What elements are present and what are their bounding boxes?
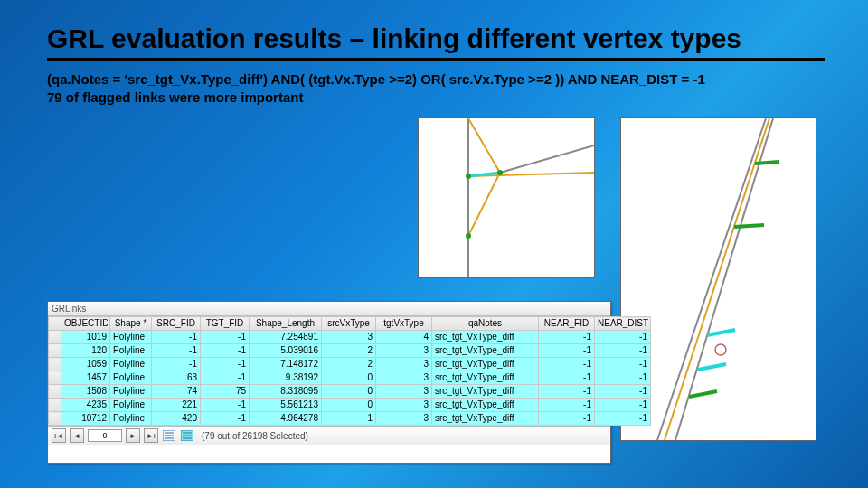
cell-near-fid: -1 xyxy=(539,331,595,344)
cell-near-fid: -1 xyxy=(539,385,595,399)
row-handle-header xyxy=(49,317,61,331)
next-record-button[interactable]: ► xyxy=(126,428,140,443)
cell-qanotes: src_tgt_VxType_diff xyxy=(432,371,539,385)
prev-record-button[interactable]: ◄ xyxy=(70,428,84,443)
table-row[interactable]: 1059Polyline-1-17.14817223src_tgt_VxType… xyxy=(49,358,651,371)
cell-tgt-fid: -1 xyxy=(201,399,250,412)
show-selected-records-icon[interactable] xyxy=(180,429,194,442)
cell-qanotes: src_tgt_VxType_diff xyxy=(432,358,539,371)
cell-tgt-fid: -1 xyxy=(201,331,250,344)
last-record-button[interactable]: ►I xyxy=(144,428,158,443)
table-row[interactable]: 4235Polyline221-15.56121303src_tgt_VxTyp… xyxy=(49,399,651,412)
cell-tgt-fid: 75 xyxy=(201,385,250,399)
cell-srcvxtype: 2 xyxy=(322,344,376,358)
cell-near-dist: -1 xyxy=(595,358,651,371)
cell-near-fid: -1 xyxy=(539,399,595,412)
svg-point-0 xyxy=(466,174,471,179)
cell-tgtvxtype: 4 xyxy=(376,331,432,344)
cell-near-fid: -1 xyxy=(539,344,595,358)
cell-objectid: 120 xyxy=(61,344,110,358)
svg-point-2 xyxy=(466,233,471,239)
map-preview-1-svg xyxy=(419,118,594,277)
record-number-input[interactable]: 0 xyxy=(88,429,122,442)
cell-tgtvxtype: 3 xyxy=(376,385,432,399)
cell-near-dist: -1 xyxy=(595,331,651,344)
table-row[interactable]: 1019Polyline-1-17.25489134src_tgt_VxType… xyxy=(49,331,651,344)
map-preview-1 xyxy=(418,117,595,278)
cell-objectid: 1457 xyxy=(61,371,110,385)
col-near-fid[interactable]: NEAR_FID xyxy=(539,317,595,331)
attribute-table-titlebar: GRLinks xyxy=(48,302,610,316)
col-qanotes[interactable]: qaNotes xyxy=(432,317,539,331)
cell-qanotes: src_tgt_VxType_diff xyxy=(432,344,539,358)
cell-shape: Polyline xyxy=(110,358,152,371)
cell-shape: Polyline xyxy=(110,385,152,399)
cell-near-dist: -1 xyxy=(595,412,651,426)
cell-qanotes: src_tgt_VxType_diff xyxy=(432,399,539,412)
cell-shape-length: 4.964278 xyxy=(250,412,322,426)
slide: GRL evaluation results – linking differe… xyxy=(0,0,868,488)
cell-tgtvxtype: 3 xyxy=(376,358,432,371)
cell-shape-length: 7.254891 xyxy=(250,331,322,344)
cell-near-fid: -1 xyxy=(539,371,595,385)
cell-objectid: 4235 xyxy=(61,399,110,412)
row-handle[interactable] xyxy=(49,344,61,358)
cell-objectid: 1508 xyxy=(61,385,110,399)
cell-near-dist: -1 xyxy=(595,371,651,385)
cell-srcvxtype: 0 xyxy=(322,399,376,412)
attribute-table[interactable]: OBJECTID Shape * SRC_FID TGT_FID Shape_L… xyxy=(48,316,651,426)
row-handle[interactable] xyxy=(49,412,61,426)
svg-point-1 xyxy=(497,170,503,175)
cell-tgtvxtype: 3 xyxy=(376,371,432,385)
row-handle[interactable] xyxy=(49,371,61,385)
row-handle[interactable] xyxy=(49,399,61,412)
cell-near-fid: -1 xyxy=(539,358,595,371)
table-row[interactable]: 10712Polyline420-14.96427813src_tgt_VxTy… xyxy=(49,412,651,426)
col-shape-length[interactable]: Shape_Length xyxy=(250,317,322,331)
row-handle[interactable] xyxy=(49,358,61,371)
show-all-records-icon[interactable] xyxy=(162,429,176,442)
col-srcvxtype[interactable]: srcVxType xyxy=(322,317,376,331)
cell-srcvxtype: 1 xyxy=(322,412,376,426)
col-tgt-fid[interactable]: TGT_FID xyxy=(201,317,250,331)
page-subtitle: (qa.Notes = 'src_tgt_Vx.Type_diff') AND(… xyxy=(47,70,825,108)
cell-qanotes: src_tgt_VxType_diff xyxy=(432,385,539,399)
cell-shape-length: 9.38192 xyxy=(250,371,322,385)
cell-tgt-fid: -1 xyxy=(201,371,250,385)
svg-point-3 xyxy=(715,344,726,355)
cell-objectid: 1019 xyxy=(61,331,110,344)
cell-shape: Polyline xyxy=(110,399,152,412)
cell-src-fid: -1 xyxy=(152,331,201,344)
row-handle[interactable] xyxy=(49,331,61,344)
subtitle-line-2: 79 of flagged links were more important xyxy=(47,89,825,107)
row-handle[interactable] xyxy=(49,385,61,399)
cell-src-fid: -1 xyxy=(152,344,201,358)
cell-srcvxtype: 3 xyxy=(322,331,376,344)
cell-shape: Polyline xyxy=(110,371,152,385)
col-near-dist[interactable]: NEAR_DIST xyxy=(595,317,651,331)
cell-tgtvxtype: 3 xyxy=(376,412,432,426)
attribute-table-statusbar: I◄ ◄ 0 ► ►I (79 out of 26198 Selected) xyxy=(48,426,610,445)
table-row[interactable]: 1508Polyline74758.31809503src_tgt_VxType… xyxy=(49,385,651,399)
cell-src-fid: 420 xyxy=(152,412,201,426)
cell-src-fid: 74 xyxy=(152,385,201,399)
table-header-row[interactable]: OBJECTID Shape * SRC_FID TGT_FID Shape_L… xyxy=(49,317,651,331)
page-title: GRL evaluation results – linking differe… xyxy=(47,23,825,61)
first-record-button[interactable]: I◄ xyxy=(52,428,66,443)
col-objectid[interactable]: OBJECTID xyxy=(61,317,110,331)
cell-shape-length: 7.148172 xyxy=(250,358,322,371)
cell-shape-length: 5.561213 xyxy=(250,399,322,412)
cell-qanotes: src_tgt_VxType_diff xyxy=(432,331,539,344)
cell-near-dist: -1 xyxy=(595,399,651,412)
col-src-fid[interactable]: SRC_FID xyxy=(152,317,201,331)
cell-src-fid: 63 xyxy=(152,371,201,385)
table-row[interactable]: 1457Polyline63-19.3819203src_tgt_VxType_… xyxy=(49,371,651,385)
col-tgtvxtype[interactable]: tgtVxType xyxy=(376,317,432,331)
cell-srcvxtype: 0 xyxy=(322,385,376,399)
cell-tgt-fid: -1 xyxy=(201,358,250,371)
table-row[interactable]: 120Polyline-1-15.03901623src_tgt_VxType_… xyxy=(49,344,651,358)
col-shape[interactable]: Shape * xyxy=(110,317,152,331)
cell-shape: Polyline xyxy=(110,412,152,426)
cell-near-dist: -1 xyxy=(595,385,651,399)
attribute-table-title: GRLinks xyxy=(52,304,86,314)
